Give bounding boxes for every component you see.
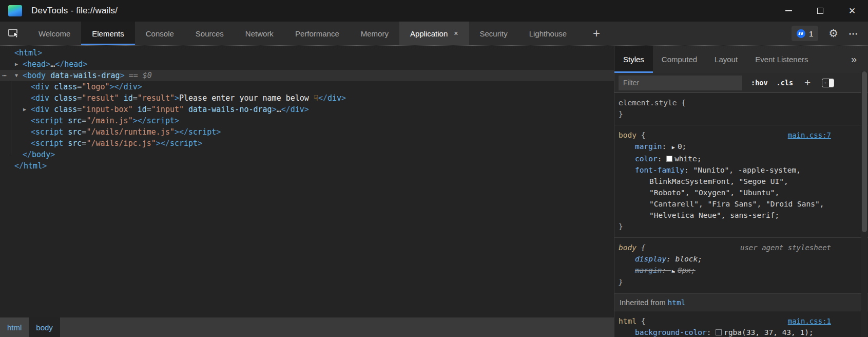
- minimize-button[interactable]: [773, 0, 804, 22]
- tab-application[interactable]: Application×: [399, 22, 469, 45]
- scrollbar-track[interactable]: [861, 71, 867, 337]
- styles-tabbar: StylesComputedLayoutEvent Listeners »: [614, 46, 868, 73]
- tab-lighthouse[interactable]: Lighthouse: [518, 22, 577, 45]
- add-tool-button[interactable]: +: [585, 22, 608, 45]
- tree-line[interactable]: </html>: [0, 160, 614, 172]
- code-token: src: [68, 127, 82, 137]
- styles-panel: StylesComputedLayoutEvent Listeners » :h…: [614, 46, 868, 337]
- css-property-value[interactable]: 0;: [678, 142, 686, 151]
- code-token: >: [272, 105, 277, 114]
- code-token: >: [198, 139, 202, 148]
- settings-button[interactable]: ⚙: [828, 27, 838, 40]
- tab-console[interactable]: Console: [135, 22, 185, 45]
- css-property-value[interactable]: 8px;: [678, 266, 696, 274]
- expand-value-arrow-icon[interactable]: ▶: [671, 268, 678, 274]
- close-button[interactable]: ✕: [836, 0, 868, 22]
- code-token: [49, 82, 54, 91]
- css-declaration[interactable]: display: block;: [619, 253, 868, 265]
- collapse-arrow-icon[interactable]: ▼: [15, 70, 18, 81]
- code-token: html: [19, 48, 37, 58]
- css-value-continuation: "Cantarell", "Fira Sans", "Droid Sans",: [619, 198, 868, 210]
- code-token: [49, 105, 54, 114]
- css-source-link[interactable]: main.css:7: [788, 129, 831, 141]
- tab-label: Welcome: [38, 29, 70, 38]
- code-token: >: [120, 71, 125, 80]
- tab-network[interactable]: Network: [235, 22, 284, 45]
- css-source-link[interactable]: main.css:1: [788, 315, 831, 327]
- css-selector[interactable]: body: [619, 131, 636, 139]
- code-token: "/wails/runtime.js": [86, 127, 175, 137]
- css-declaration[interactable]: background-color: rgba(33, 37, 43, 1);: [619, 327, 868, 337]
- inherited-label: Inherited from: [620, 298, 668, 307]
- tab-welcome[interactable]: Welcome: [28, 22, 81, 45]
- tab-event-listeners[interactable]: Event Listeners: [746, 46, 817, 73]
- expand-arrow-icon[interactable]: ▶: [23, 104, 26, 115]
- tree-line[interactable]: <script src="/wails/runtime.js"></script…: [0, 126, 614, 138]
- tree-line[interactable]: ▶<div class="input-box" id="input" data-…: [0, 104, 614, 115]
- css-declaration[interactable]: margin: ▶8px;: [619, 265, 868, 277]
- code-token: [49, 93, 54, 103]
- breadcrumb-item-html[interactable]: html: [0, 317, 29, 337]
- css-property-name[interactable]: margin: [635, 266, 662, 274]
- tree-line[interactable]: ⋯▼<body data-wails-drag>== $0: [0, 70, 614, 81]
- css-selector[interactable]: html: [619, 317, 636, 325]
- color-swatch[interactable]: [716, 329, 722, 335]
- tab-elements[interactable]: Elements: [81, 22, 135, 45]
- toggle-class-button[interactable]: .cls: [777, 79, 794, 87]
- toggle-pseudo-state-button[interactable]: :hov: [751, 79, 768, 87]
- tab-layout[interactable]: Layout: [706, 46, 746, 73]
- css-selector[interactable]: element.style: [619, 99, 677, 107]
- toggle-sidebar-icon[interactable]: ←: [822, 79, 834, 87]
- tab-computed[interactable]: Computed: [653, 46, 706, 73]
- tree-line[interactable]: <script src="/main.js"></script>: [0, 115, 614, 126]
- css-property-name[interactable]: display: [635, 255, 666, 263]
- css-property-name[interactable]: margin: [635, 142, 662, 151]
- selected-node-badge: == $0: [125, 71, 152, 80]
- css-property-value[interactable]: white;: [674, 155, 701, 163]
- css-property-value[interactable]: "Nunito", -apple-system,: [693, 166, 801, 174]
- tab-security[interactable]: Security: [469, 22, 518, 45]
- tab-styles[interactable]: Styles: [614, 46, 653, 73]
- code-token: div: [35, 82, 49, 91]
- css-declaration[interactable]: margin: ▶0;: [619, 141, 868, 153]
- overflow-tabs-button[interactable]: »: [840, 46, 868, 73]
- more-menu-button[interactable]: ⋯: [848, 28, 859, 40]
- code-token: <: [14, 48, 19, 58]
- tree-line[interactable]: ▶<head>…</head>: [0, 59, 614, 70]
- window-controls: ✕: [773, 0, 868, 22]
- css-property-name[interactable]: background-color: [635, 328, 707, 336]
- code-token: div: [35, 105, 49, 114]
- color-swatch[interactable]: [666, 156, 672, 162]
- expand-arrow-icon[interactable]: ▶: [15, 59, 18, 70]
- tree-line[interactable]: <div class="logo"></div>: [0, 81, 614, 92]
- tab-sources[interactable]: Sources: [185, 22, 235, 45]
- code-token: body: [32, 150, 50, 159]
- close-application-tab-button[interactable]: ×: [454, 29, 458, 38]
- filter-input[interactable]: [619, 76, 742, 90]
- code-token: =: [77, 105, 82, 114]
- css-property-value[interactable]: rgba(33, 37, 43, 1);: [724, 328, 814, 336]
- css-selector[interactable]: body: [619, 244, 636, 252]
- breadcrumb-item-body[interactable]: body: [29, 317, 60, 337]
- scrollbar-thumb[interactable]: [862, 71, 867, 232]
- tree-line[interactable]: <script src="/wails/ipc.js"></script>: [0, 138, 614, 149]
- code-token: body: [27, 71, 46, 80]
- inherited-node-link[interactable]: html: [668, 298, 686, 307]
- css-property-name[interactable]: color: [635, 155, 658, 163]
- maximize-button[interactable]: [804, 0, 836, 22]
- tree-line[interactable]: <div class="result" id="result">Please e…: [0, 92, 614, 104]
- new-style-rule-button[interactable]: +: [804, 77, 811, 89]
- tab-performance[interactable]: Performance: [284, 22, 350, 45]
- window-titlebar: DevTools - file://wails/ ✕: [0, 0, 868, 22]
- css-property-value[interactable]: block;: [676, 255, 702, 263]
- row-menu-icon[interactable]: ⋯: [2, 70, 6, 81]
- tree-line[interactable]: <html>: [0, 47, 614, 59]
- css-declaration[interactable]: font-family: "Nunito", -apple-system,: [619, 164, 868, 176]
- css-property-name[interactable]: font-family: [635, 166, 684, 174]
- tab-memory[interactable]: Memory: [350, 22, 399, 45]
- inspect-element-button[interactable]: [0, 22, 28, 45]
- tree-line[interactable]: </body>: [0, 149, 614, 160]
- feedback-button[interactable]: 1: [792, 26, 818, 41]
- css-declaration[interactable]: color: white;: [619, 153, 868, 164]
- expand-value-arrow-icon[interactable]: ▶: [671, 144, 678, 150]
